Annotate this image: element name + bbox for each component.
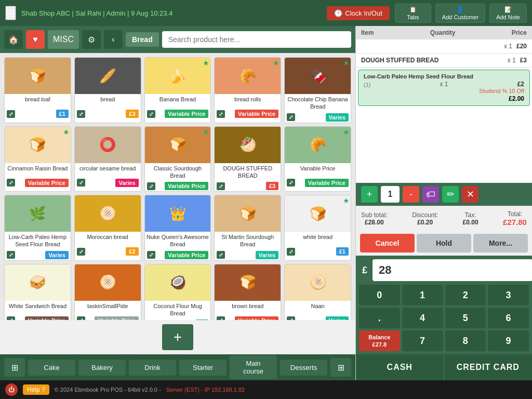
num-6[interactable]: 6 bbox=[488, 308, 529, 328]
category-starter[interactable]: Starter bbox=[179, 360, 227, 376]
tabs-button[interactable]: 📋 Tabs bbox=[395, 4, 431, 23]
expand-icon[interactable]: ⤢ bbox=[147, 110, 155, 118]
num-4[interactable]: 4 bbox=[402, 308, 443, 328]
product-card[interactable]: 🍞 brown bread ⤢ Variable Price bbox=[214, 264, 281, 320]
power-button[interactable]: ⏻ bbox=[5, 383, 18, 396]
search-input[interactable] bbox=[162, 31, 351, 48]
clock-button[interactable]: 🕐 Clock In/Out bbox=[327, 6, 390, 20]
product-card[interactable]: 🫓 taskinSmallPide ⤢ Variable Price bbox=[74, 264, 141, 320]
order-item-selected[interactable]: Low-Carb Paleo Hemp Seed Flour Bread (1)… bbox=[358, 70, 530, 106]
add-customer-button[interactable]: 👤 Add Customer bbox=[435, 4, 485, 23]
expand-icon[interactable]: ⤢ bbox=[7, 179, 15, 187]
num-1[interactable]: 1 bbox=[402, 285, 443, 305]
product-card[interactable]: ★ 🍫 Chocolate Chip Banana Bread ⤢ Varies bbox=[284, 57, 351, 123]
quantity-minus-button[interactable]: - bbox=[403, 186, 419, 203]
hold-button[interactable]: Hold bbox=[417, 234, 471, 252]
menu-icon[interactable]: ⊞ bbox=[5, 6, 16, 20]
expand-icon[interactable]: ⤢ bbox=[77, 110, 85, 118]
category-bakery[interactable]: Bakery bbox=[78, 360, 126, 376]
balance-button[interactable]: Balance £27.8 bbox=[359, 330, 400, 351]
product-card[interactable]: 🥪 White Sandwich Bread ⤢ Variable Price bbox=[4, 264, 71, 320]
product-card[interactable]: 🍞 bread loaf ⤢ £1 bbox=[4, 57, 71, 123]
expand-icon[interactable]: ⤢ bbox=[287, 179, 295, 187]
help-button[interactable]: Help ? bbox=[23, 384, 49, 395]
product-card[interactable]: ★ 🍞 Classic Sourdough Bread ⤢ Variable P… bbox=[144, 126, 211, 192]
toolbar: 🏠 ♥ MISC ⚙ ‹ Bread bbox=[0, 26, 355, 53]
numpad-input[interactable] bbox=[373, 259, 532, 281]
category-drink[interactable]: Drink bbox=[129, 360, 176, 376]
col-price: Price bbox=[512, 29, 527, 36]
settings-button[interactable]: ⚙ bbox=[82, 30, 101, 49]
category-desserts[interactable]: Desserts bbox=[280, 360, 327, 376]
expand-icon[interactable]: ⤢ bbox=[287, 248, 295, 256]
num-2[interactable]: 2 bbox=[445, 285, 486, 305]
quantity-plus-button[interactable]: + bbox=[361, 186, 378, 203]
grid-toggle[interactable]: ⊞ bbox=[4, 358, 25, 377]
product-name: taskinSmallPide bbox=[75, 301, 141, 315]
num-5[interactable]: 5 bbox=[445, 308, 486, 328]
expand-icon[interactable]: ⤢ bbox=[217, 316, 225, 320]
misc-button[interactable]: MISC bbox=[48, 30, 79, 49]
expand-icon[interactable]: ⤢ bbox=[217, 110, 225, 118]
add-note-button[interactable]: 📝 Add Note bbox=[489, 4, 527, 23]
product-card[interactable]: 👑 Nuke Queen's Awesome Bread ⤢ Variable … bbox=[144, 195, 211, 261]
product-image: 🍞 bbox=[145, 127, 211, 163]
cash-button[interactable]: CASH bbox=[356, 354, 444, 380]
expand-icon[interactable]: ⤢ bbox=[77, 248, 85, 256]
expand-icon[interactable]: ⤢ bbox=[77, 316, 85, 320]
home-button[interactable]: 🏠 bbox=[4, 30, 23, 49]
expand-icon[interactable]: ⤢ bbox=[147, 251, 155, 259]
favorites-button[interactable]: ♥ bbox=[26, 30, 45, 49]
subtotal-col: Sub total: £28.00 bbox=[361, 211, 388, 226]
quantity-input[interactable] bbox=[381, 186, 400, 203]
order-item[interactable]: x 1 £20 bbox=[356, 39, 532, 54]
credit-card-button[interactable]: CREDIT CARD bbox=[444, 354, 533, 380]
expand-icon[interactable]: ⤢ bbox=[287, 113, 295, 121]
num-7[interactable]: 7 bbox=[402, 330, 443, 351]
product-image: 🍫 bbox=[285, 58, 351, 94]
back-button[interactable]: ‹ bbox=[104, 30, 123, 49]
product-card[interactable]: ★ 🍞 white bread ⤢ £1 bbox=[284, 195, 351, 261]
expand-icon[interactable]: ⤢ bbox=[77, 179, 85, 187]
edit-button[interactable]: ✏ bbox=[442, 186, 459, 203]
order-item[interactable]: DOUGH STUFFED BREAD x 1 £3 bbox=[356, 54, 532, 68]
product-price: ⤢ £3 bbox=[75, 109, 141, 119]
product-card[interactable]: 🫓 Naan ⤢ Varies bbox=[284, 264, 351, 320]
product-card[interactable]: 🌿 Low-Carb Paleo Hemp Seed Flour Bread ⤢… bbox=[4, 195, 71, 261]
product-image: 🥐 bbox=[215, 58, 281, 94]
more-button[interactable]: More... bbox=[473, 234, 528, 252]
product-card[interactable]: ★ 🥐 Variable Price ⤢ Variable Price bbox=[284, 126, 351, 192]
num-9[interactable]: 9 bbox=[488, 330, 529, 351]
product-card[interactable]: ★ 🍞 Cinnamon Raisin Bread ⤢ Variable Pri… bbox=[4, 126, 71, 192]
product-image: 🥖 bbox=[75, 58, 141, 94]
product-card[interactable]: 🥖 bread ⤢ £3 bbox=[74, 57, 141, 123]
tax-col: Tax: £0.00 bbox=[463, 211, 478, 226]
totals-row: Sub total: £28.00 Discount: £0.20 Tax: £… bbox=[356, 206, 532, 231]
num-dot[interactable]: . bbox=[359, 308, 400, 328]
expand-icon[interactable]: ⤢ bbox=[217, 182, 225, 190]
num-0[interactable]: 0 bbox=[359, 285, 400, 305]
category-main-course[interactable]: Main course bbox=[230, 355, 277, 379]
product-card[interactable]: ★ 🍌 Banana Bread ⤢ Variable Price bbox=[144, 57, 211, 123]
product-card[interactable]: ★ 🥐 bread rolls ⤢ Variable Price bbox=[214, 57, 281, 123]
num-3[interactable]: 3 bbox=[488, 285, 529, 305]
product-card[interactable]: ⭕ circular sesame bread ⤢ Varies bbox=[74, 126, 141, 192]
product-card[interactable]: 🥥 Coconut Flour Mug Bread ⤢ £5 bbox=[144, 264, 211, 320]
expand-icon[interactable]: ⤢ bbox=[217, 251, 225, 259]
cancel-button[interactable]: Cancel bbox=[360, 234, 415, 252]
expand-icon[interactable]: ⤢ bbox=[7, 251, 15, 259]
tag-button[interactable]: 🏷 bbox=[422, 186, 439, 203]
category-cake[interactable]: Cake bbox=[28, 360, 75, 376]
num-8[interactable]: 8 bbox=[445, 330, 486, 351]
product-card[interactable]: 🥙 DOUGH STUFFED BREAD ⤢ £3 bbox=[214, 126, 281, 192]
delete-button[interactable]: ✕ bbox=[462, 186, 478, 203]
add-product-button[interactable]: + bbox=[162, 324, 193, 350]
grid-toggle-end[interactable]: ⊞ bbox=[330, 358, 351, 377]
expand-icon[interactable]: ⤢ bbox=[7, 316, 15, 320]
price-tag: Variable Price bbox=[95, 316, 138, 320]
expand-icon[interactable]: ⤢ bbox=[7, 110, 15, 118]
expand-icon[interactable]: ⤢ bbox=[147, 182, 155, 190]
expand-icon[interactable]: ⤢ bbox=[287, 316, 295, 320]
product-card[interactable]: 🍞 St Martin Sourdough Bread ⤢ Varies bbox=[214, 195, 281, 261]
product-card[interactable]: 🫓 Moroccan bread ⤢ £2 bbox=[74, 195, 141, 261]
